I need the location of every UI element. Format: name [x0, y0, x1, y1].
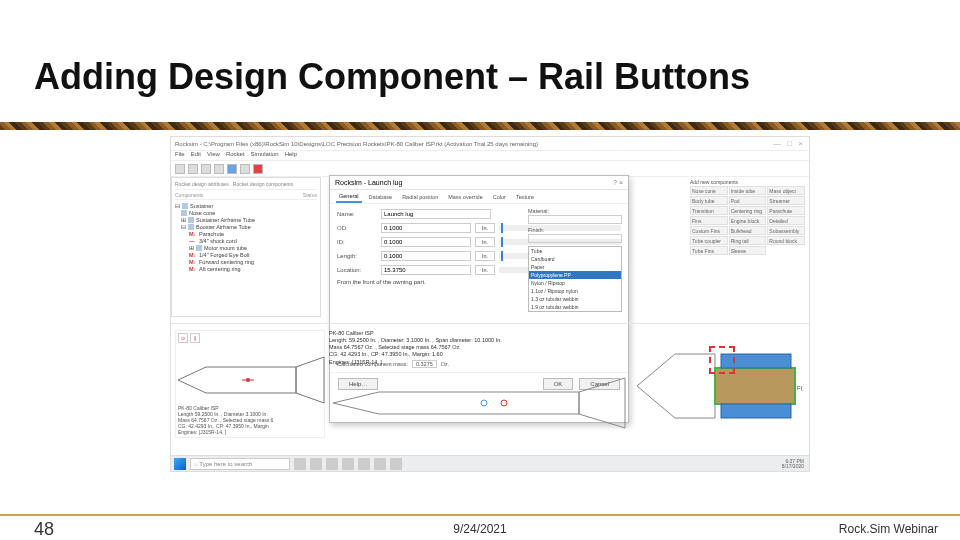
tree-item[interactable]: Sustainer Airframe Tube — [196, 217, 255, 223]
palette-item[interactable]: Parachute — [767, 206, 805, 215]
close-icon[interactable]: ? × — [613, 179, 623, 186]
menu-help[interactable]: Help — [285, 151, 297, 160]
palette-item[interactable]: Subassembly — [767, 226, 805, 235]
palette-item[interactable]: Custom Fins — [690, 226, 728, 235]
tool-icon[interactable] — [227, 164, 237, 174]
unit-selector[interactable]: In. — [475, 251, 495, 261]
mat-option[interactable]: 1.9 oz tubular webbin — [529, 303, 621, 311]
tab-database[interactable]: Database — [366, 192, 396, 202]
footer-divider — [0, 514, 960, 516]
tree-item[interactable]: Aft centering ring — [199, 266, 241, 272]
palette-item[interactable]: Tube coupler — [690, 236, 728, 245]
tab-general[interactable]: General — [336, 191, 362, 203]
task-icon[interactable] — [374, 458, 386, 470]
tool-icon[interactable] — [175, 164, 185, 174]
palette-item[interactable]: Mass object — [767, 186, 805, 195]
finish-select[interactable] — [528, 234, 622, 243]
tab-radial[interactable]: Radial position — [399, 192, 441, 202]
menu-view[interactable]: View — [207, 151, 220, 160]
left-rocket-view: ⊙∥ PK-80 Caliber ISP Length 59.2500 In. … — [175, 330, 325, 438]
menu-simulation[interactable]: Simulation — [251, 151, 279, 160]
menu-file[interactable]: File — [175, 151, 185, 160]
palette-item[interactable]: Tube Fins — [690, 246, 728, 255]
tool-icon[interactable] — [240, 164, 250, 174]
palette-item[interactable]: Detailed — [767, 216, 805, 225]
tray-date: 8/17/2020 — [782, 463, 804, 469]
location-field[interactable] — [381, 265, 471, 275]
view-tab[interactable]: ∥ — [190, 333, 200, 343]
tool-icon[interactable] — [214, 164, 224, 174]
tab-attributes[interactable]: Rocket design attributes — [175, 181, 229, 187]
windows-taskbar[interactable]: ○ Type here to search 6:37 PM8/17/2020 — [171, 455, 809, 471]
mat-option[interactable]: Nylon / Ripstop — [529, 279, 621, 287]
start-icon[interactable] — [174, 458, 186, 470]
mat-option[interactable]: Paper — [529, 263, 621, 271]
task-icon[interactable] — [294, 458, 306, 470]
palette-item[interactable]: Engine block — [729, 216, 767, 225]
mat-option[interactable]: 1.1oz / Ripstop nylon — [529, 287, 621, 295]
tree-item[interactable]: Nose cone — [189, 210, 215, 216]
tab-mass[interactable]: Mass override — [445, 192, 486, 202]
task-icon[interactable] — [358, 458, 370, 470]
system-tray[interactable]: 6:37 PM8/17/2020 — [782, 459, 806, 469]
tree-root[interactable]: Sustainer — [190, 203, 213, 209]
tree-item[interactable]: 1/4" Forged Eye Bolt — [199, 252, 250, 258]
mat-option[interactable]: Cardboard — [529, 255, 621, 263]
left-caption: PK-80 Caliber ISP Length 59.2500 In. , D… — [178, 405, 273, 435]
slide-date: 9/24/2021 — [0, 522, 960, 536]
palette-item[interactable]: Sleeve — [729, 246, 767, 255]
mat-option[interactable]: 1.3 oz tubular webbin — [529, 295, 621, 303]
length-field[interactable] — [381, 251, 471, 261]
task-icon[interactable] — [342, 458, 354, 470]
palette-item[interactable]: Inside tube — [729, 186, 767, 195]
unit-selector[interactable]: In. — [475, 265, 495, 275]
dialog-tabs[interactable]: General Database Radial position Mass ov… — [330, 190, 628, 204]
od-field[interactable] — [381, 223, 471, 233]
tree-item[interactable]: Forward centering ring — [199, 259, 254, 265]
mat-option[interactable]: Tube — [529, 247, 621, 255]
window-controls[interactable]: — □ × — [773, 139, 805, 148]
menubar[interactable]: File Edit View Rocket Simulation Help — [171, 151, 809, 161]
material-select[interactable] — [528, 215, 622, 224]
slide-source: Rock.Sim Webinar — [839, 522, 938, 536]
id-field[interactable] — [381, 237, 471, 247]
taskbar-search[interactable]: ○ Type here to search — [190, 458, 290, 470]
component-tree[interactable]: ⊟Sustainer Nose cone ⊞Sustainer Airframe… — [175, 202, 317, 272]
palette-item[interactable]: Nose cone — [690, 186, 728, 195]
material-dropdown-list[interactable]: Tube Cardboard Paper Polypropylene PP Ny… — [528, 246, 622, 312]
help-icon[interactable] — [253, 164, 263, 174]
divider-bar — [0, 122, 960, 130]
view-tab[interactable]: ⊙ — [178, 333, 188, 343]
palette-item[interactable]: Transition — [690, 206, 728, 215]
palette-label: Add new components — [690, 179, 805, 185]
task-icon[interactable] — [310, 458, 322, 470]
palette-item[interactable]: Pod — [729, 196, 767, 205]
palette-item[interactable]: Fins — [690, 216, 728, 225]
tree-item[interactable]: Booster Airframe Tube — [196, 224, 251, 230]
tab-components[interactable]: Rocket design components — [233, 181, 293, 187]
palette-item[interactable]: Ring tail — [729, 236, 767, 245]
palette-item[interactable]: Centering ring — [729, 206, 767, 215]
unit-selector[interactable]: In. — [475, 237, 495, 247]
unit-selector[interactable]: In. — [475, 223, 495, 233]
mat-option-selected[interactable]: Polypropylene PP — [529, 271, 621, 279]
palette-item[interactable]: Body tube — [690, 196, 728, 205]
palette-item[interactable]: Round block — [767, 236, 805, 245]
menu-rocket[interactable]: Rocket — [226, 151, 245, 160]
name-field[interactable] — [381, 209, 491, 219]
palette-item[interactable]: Streamer — [767, 196, 805, 205]
tree-item[interactable]: Parachute — [199, 231, 224, 237]
task-icon[interactable] — [326, 458, 338, 470]
tab-texture[interactable]: Texture — [513, 192, 537, 202]
highlight-box — [709, 346, 735, 374]
task-icon[interactable] — [390, 458, 402, 470]
tool-icon[interactable] — [188, 164, 198, 174]
tool-icon[interactable] — [201, 164, 211, 174]
palette-item[interactable]: Bulkhead — [729, 226, 767, 235]
menu-edit[interactable]: Edit — [191, 151, 201, 160]
svg-marker-5 — [579, 378, 625, 428]
tree-item[interactable]: 3/4" shock cord — [199, 238, 237, 244]
svg-point-3 — [246, 378, 250, 382]
tab-color[interactable]: Color — [490, 192, 509, 202]
tree-item[interactable]: Motor mount tube — [204, 245, 247, 251]
